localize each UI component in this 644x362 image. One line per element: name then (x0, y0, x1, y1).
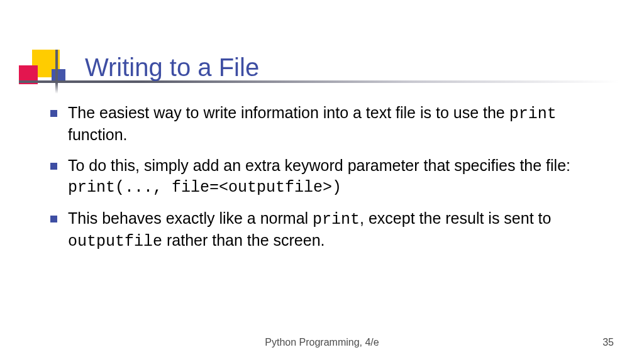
code-line: print(..., file=<outputfile>) (68, 177, 613, 198)
body-text: , except the result is sent to (360, 209, 551, 227)
footer-book-title: Python Programming, 4/e (0, 337, 644, 348)
inline-code: print (509, 105, 557, 123)
list-item: To do this, simply add an extra keyword … (49, 155, 613, 198)
list-item: This behaves exactly like a normal print… (49, 208, 613, 252)
inline-code: print (313, 211, 360, 229)
bullet-list: The easiest way to write information int… (49, 102, 613, 252)
body-text: function. (68, 126, 128, 143)
slide-title: Writing to a File (85, 53, 259, 82)
body-text: To do this, simply add an extra keyword … (68, 156, 570, 174)
body-text: This behaves exactly like a normal (68, 209, 313, 227)
body-text: rather than the screen. (162, 231, 325, 249)
footer-page-number: 35 (602, 337, 614, 348)
slide: Writing to a File The easiest way to wri… (0, 0, 644, 362)
list-item: The easiest way to write information int… (49, 102, 613, 145)
vertical-rule (55, 50, 58, 94)
body-text: The easiest way to write information int… (68, 104, 509, 121)
inline-code: outputfile (68, 233, 162, 251)
slide-body: The easiest way to write information int… (49, 102, 613, 262)
